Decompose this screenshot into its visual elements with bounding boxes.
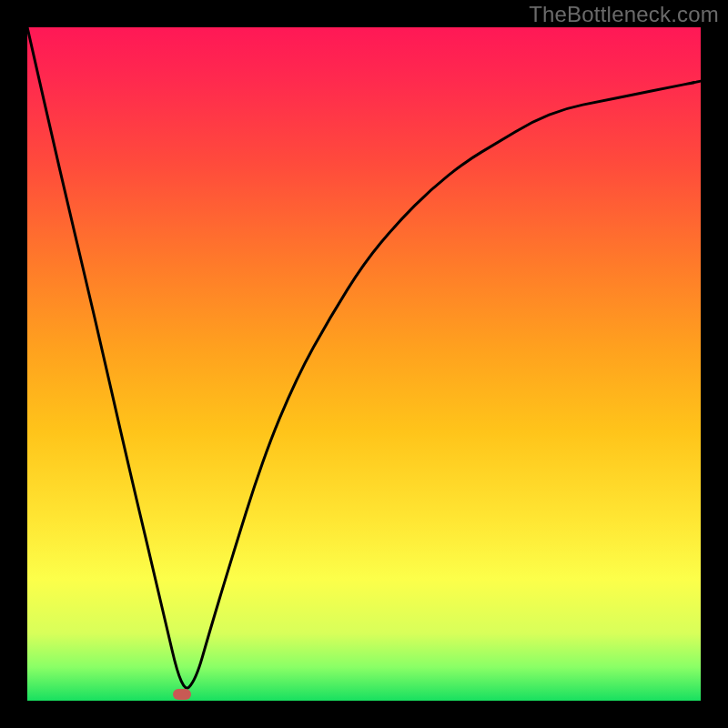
chart-frame: TheBottleneck.com — [0, 0, 728, 728]
plot-area — [27, 27, 701, 701]
bottleneck-curve — [27, 27, 701, 701]
optimal-point-marker — [173, 689, 191, 700]
watermark-text: TheBottleneck.com — [529, 2, 719, 27]
